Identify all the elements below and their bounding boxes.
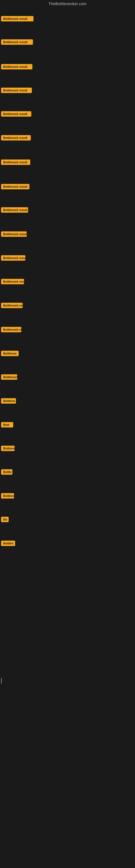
bottleneck-badge[interactable]: Bottleneck result — [1, 255, 26, 261]
bottleneck-badge[interactable]: Bottleneck result — [1, 16, 34, 22]
bottleneck-badge[interactable]: Bottleneck result — [1, 88, 32, 93]
bottleneck-item: Bo — [1, 517, 9, 523]
bottleneck-badge[interactable]: Bottleneck result — [1, 207, 28, 213]
bottleneck-item: Bottleneck result — [1, 255, 26, 261]
bottleneck-item: Bottleneck result — [1, 207, 28, 213]
bottleneck-badge[interactable]: Bottlens — [1, 446, 14, 451]
bottleneck-badge[interactable]: Bottlen — [1, 540, 15, 546]
bottleneck-badge[interactable]: Bottleneck result — [1, 111, 31, 117]
bottleneck-badge[interactable]: Bottleneck result — [1, 303, 23, 308]
bottleneck-item: Bottleneck r — [1, 374, 17, 381]
bottleneck-item: Bottleneck result — [1, 184, 30, 189]
bottleneck-item: Bottlenec — [1, 351, 18, 357]
bottleneck-badge[interactable]: Bottleneck — [1, 493, 14, 499]
bottleneck-item: Bottlen — [1, 540, 15, 547]
bottleneck-badge[interactable]: Bottleneck r — [1, 374, 17, 380]
bottleneck-badge[interactable]: Bott — [1, 422, 13, 428]
bottleneck-item: Bottleneck result — [1, 39, 33, 45]
bottleneck-badge[interactable]: Bo — [1, 517, 9, 522]
bottleneck-badge[interactable]: Bottle — [1, 469, 12, 475]
bottleneck-item: Bottleneck result — [1, 303, 23, 308]
bottleneck-item: Bottleneck result — [1, 135, 31, 141]
bottleneck-item: Bottle — [1, 469, 12, 476]
bottleneck-badge[interactable]: Bottleneck result — [1, 279, 24, 284]
bottleneck-badge[interactable]: Bottleneck result — [1, 231, 27, 237]
bottleneck-badge[interactable]: Bottleneck result — [1, 184, 30, 189]
bottleneck-badge[interactable]: Bottleneck result — [1, 159, 30, 165]
bottleneck-badge[interactable]: Bottlenec — [1, 351, 18, 356]
bottleneck-item: Bottleneck result — [1, 111, 31, 117]
bottleneck-badge[interactable]: Bottleneck res — [1, 327, 21, 332]
bottleneck-badge[interactable]: Bottlene — [1, 398, 16, 404]
bottleneck-item: Bott — [1, 422, 13, 429]
bottleneck-item: Bottlene — [1, 398, 16, 405]
bottleneck-item: Bottleneck — [1, 493, 14, 500]
bottleneck-item: Bottleneck result — [1, 88, 32, 93]
bottleneck-badge[interactable]: Bottleneck result — [1, 135, 31, 141]
bottleneck-badge[interactable]: Bottleneck result — [1, 64, 32, 69]
site-title: TheBottlenecker.com — [0, 0, 135, 9]
bottleneck-item: Bottlens — [1, 446, 14, 452]
bottleneck-item: Bottleneck result — [1, 64, 32, 69]
bottleneck-item: Bottleneck res — [1, 327, 21, 333]
bottleneck-item: Bottleneck result — [1, 16, 34, 22]
bottleneck-item: Bottleneck result — [1, 279, 24, 284]
bottleneck-badge[interactable]: Bottleneck result — [1, 39, 33, 45]
cursor-line — [1, 678, 2, 684]
bottleneck-item: Bottleneck result — [1, 159, 30, 165]
bottleneck-item: Bottleneck result — [1, 231, 27, 237]
bottleneck-list: Bottleneck resultBottleneck resultBottle… — [0, 9, 135, 578]
